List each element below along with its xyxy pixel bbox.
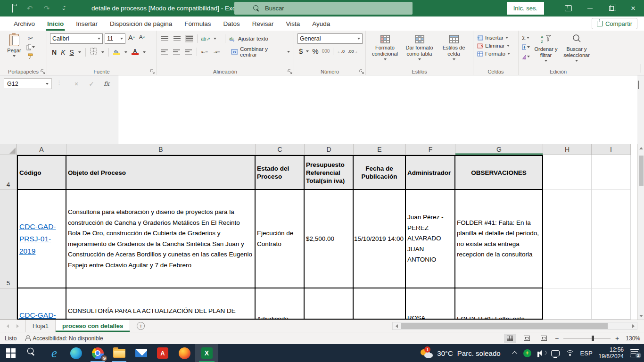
vertical-scrollbar[interactable] [637, 144, 644, 320]
sign-in-button[interactable]: Inic. ses. [507, 2, 544, 15]
zoom-out-icon[interactable]: − [555, 335, 559, 342]
cell-g4[interactable]: OBSERVACIONES [455, 155, 543, 190]
number-format-select[interactable]: General [297, 33, 363, 44]
conditional-formatting-button[interactable]: Formato condicional [368, 33, 402, 62]
zoom-slider-thumb[interactable] [592, 336, 594, 341]
align-middle-icon[interactable] [173, 35, 181, 42]
increase-indent-icon[interactable]: ⇥≡ [213, 48, 221, 56]
tab-disposicion[interactable]: Disposición de página [104, 16, 178, 31]
cell-a5[interactable]: CDC-GAD-PRSJ-01-2019 [17, 190, 66, 288]
cell-c4[interactable]: Estado del Proceso [256, 155, 305, 190]
bold-button[interactable]: N [52, 49, 57, 56]
name-box[interactable]: G12 [4, 78, 52, 89]
column-header-h[interactable]: H [543, 144, 592, 155]
row-header-4[interactable]: 4 [0, 155, 17, 190]
tab-vista[interactable]: Vista [280, 16, 306, 31]
find-select-button[interactable]: Buscar y seleccionar [561, 33, 592, 63]
chrome-button[interactable]: G [87, 344, 108, 362]
start-button[interactable] [0, 344, 22, 362]
scroll-down-icon[interactable] [638, 312, 644, 320]
number-dialog-launcher[interactable] [359, 69, 364, 74]
page-layout-view-button[interactable] [521, 334, 533, 343]
fill-color-options-icon[interactable] [124, 51, 127, 53]
insert-cells-button[interactable]: Insertar [477, 35, 514, 41]
notification-center-icon[interactable]: 2 [630, 349, 639, 357]
cell-f6[interactable]: ROSA [406, 288, 455, 320]
decrease-indent-icon[interactable]: ⇤≡ [201, 48, 209, 56]
fill-color-icon[interactable] [113, 49, 120, 55]
increase-decimal-icon[interactable]: ←.0 [337, 49, 345, 54]
column-header-d[interactable]: D [305, 144, 354, 155]
cell-h6[interactable] [543, 288, 592, 320]
cell-a4[interactable]: Código [17, 155, 66, 190]
add-sheet-icon[interactable]: + [137, 322, 145, 330]
zoom-level[interactable]: 130% [626, 335, 640, 342]
tab-datos[interactable]: Datos [217, 16, 246, 31]
restore-button[interactable] [601, 0, 622, 16]
currency-icon[interactable]: $ [299, 47, 303, 55]
cell-e5[interactable]: 15/10/2019 14:00 [354, 190, 406, 288]
currency-options-icon[interactable] [306, 50, 309, 52]
font-color-options-icon[interactable] [143, 51, 146, 53]
fill-icon[interactable] [521, 43, 530, 51]
page-break-view-button[interactable] [538, 334, 550, 343]
zoom-in-icon[interactable]: + [615, 335, 619, 342]
tab-inicio[interactable]: Inicio [41, 16, 70, 31]
clear-icon[interactable] [521, 53, 530, 60]
sheet-tab-hoja1[interactable]: Hoja1 [26, 320, 56, 332]
normal-view-button[interactable] [504, 334, 516, 343]
mail-button[interactable] [130, 344, 152, 362]
cell-e6[interactable] [354, 288, 406, 320]
internet-explorer-button[interactable]: e [43, 344, 65, 362]
grow-font-icon[interactable]: A˄ [127, 33, 136, 41]
paste-button[interactable]: Pegar [2, 33, 26, 60]
column-header-a[interactable]: A [17, 144, 66, 155]
sheet-next-icon[interactable] [17, 324, 19, 328]
insert-function-icon[interactable]: fx [100, 78, 113, 89]
cell-d5[interactable]: $2,500.00 [305, 190, 354, 288]
edge-button[interactable] [65, 344, 87, 362]
align-center-icon[interactable] [173, 48, 181, 56]
select-all-button[interactable] [0, 144, 17, 155]
display-connect-icon[interactable] [551, 350, 560, 356]
font-name-select[interactable]: Calibri [50, 33, 103, 44]
scroll-left-icon[interactable] [393, 322, 400, 329]
font-color-icon[interactable]: A [132, 49, 139, 55]
zoom-slider[interactable] [563, 338, 611, 339]
column-header-c[interactable]: C [256, 144, 305, 155]
cell-i6[interactable] [592, 288, 631, 320]
column-header-g[interactable]: G [455, 144, 543, 155]
borders-icon[interactable] [90, 48, 97, 57]
undo-icon[interactable]: ↶ [25, 4, 35, 13]
cell-i5[interactable] [592, 190, 631, 288]
underline-options-icon[interactable] [78, 51, 81, 53]
wrap-text-button[interactable]: ab Ajustar texto [229, 36, 268, 41]
clipboard-dialog-launcher[interactable] [41, 69, 45, 74]
cell-g6[interactable]: FOLDER #1: Falta: acta [455, 288, 543, 320]
cell-h5[interactable] [543, 190, 592, 288]
delete-cells-button[interactable]: Eliminar [477, 43, 514, 49]
underline-button[interactable]: S [69, 49, 74, 56]
excel-button[interactable]: X [195, 344, 218, 362]
accessibility-status[interactable]: Accesibilidad: No disponible [25, 335, 103, 342]
cell-i4[interactable] [592, 155, 631, 190]
scroll-up-icon[interactable] [638, 144, 644, 152]
row-header-5[interactable]: 5 [0, 190, 17, 288]
wifi-icon[interactable] [566, 350, 574, 356]
file-explorer-button[interactable] [108, 344, 130, 362]
italic-button[interactable]: K [61, 49, 65, 56]
percent-icon[interactable]: % [312, 47, 318, 55]
decrease-decimal-icon[interactable]: .00→ [348, 49, 358, 54]
horizontal-scrollbar-thumb[interactable] [401, 323, 608, 329]
acrobat-button[interactable]: A [152, 344, 173, 362]
alignment-dialog-launcher[interactable] [288, 69, 292, 74]
codigo-link[interactable]: CDC-GAD-PRSJ-01-2019 [19, 221, 64, 257]
cell-c6[interactable]: Adjudicado [256, 288, 305, 320]
column-header-i[interactable]: I [592, 144, 631, 155]
font-dialog-launcher[interactable] [150, 69, 155, 74]
tab-ayuda[interactable]: Ayuda [306, 16, 336, 31]
vertical-scrollbar-thumb[interactable] [639, 156, 644, 186]
format-painter-icon[interactable] [26, 52, 35, 60]
row-header-6[interactable] [0, 288, 17, 320]
tab-archivo[interactable]: Archivo [8, 16, 41, 31]
